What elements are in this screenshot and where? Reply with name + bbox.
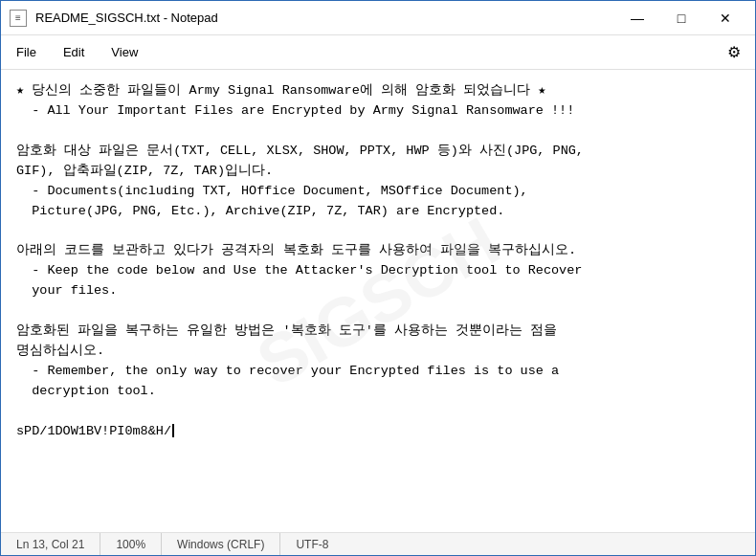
line-7: Picture(JPG, PNG, Etc.), Archive(ZIP, 7Z… bbox=[16, 204, 504, 218]
title-bar: README_SIGSCH.txt - Notepad — □ ✕ bbox=[1, 1, 755, 35]
maximize-button[interactable]: □ bbox=[659, 1, 703, 35]
line-14: 명심하십시오. bbox=[16, 344, 104, 358]
text-content[interactable]: ★ 당신의 소중한 파일들이 Army Signal Ransomware에 의… bbox=[1, 70, 755, 454]
settings-icon[interactable]: ⚙ bbox=[717, 35, 751, 70]
close-button[interactable]: ✕ bbox=[703, 1, 747, 35]
window-controls: — □ ✕ bbox=[615, 1, 747, 35]
line-18: sPD/1DOW1BV!PI0m8&H/ bbox=[16, 424, 171, 438]
line-11: your files. bbox=[16, 283, 117, 298]
line-10: - Keep the code below and Use the Attack… bbox=[16, 263, 582, 278]
encoding: UTF-8 bbox=[280, 533, 344, 555]
line-13: 암호화된 파일을 복구하는 유일한 방법은 '복호화 도구'를 사용하는 것뿐이… bbox=[16, 323, 557, 338]
line-6: - Documents(including TXT, HOffice Docum… bbox=[16, 184, 528, 198]
line-2: - All Your Important Files are Encrypted… bbox=[16, 103, 574, 118]
line-1: ★ 당신의 소중한 파일들이 Army Signal Ransomware에 의… bbox=[16, 83, 545, 98]
menu-file[interactable]: File bbox=[5, 41, 48, 63]
notepad-window: README_SIGSCH.txt - Notepad — □ ✕ File E… bbox=[0, 0, 756, 556]
line-endings: Windows (CRLF) bbox=[162, 533, 280, 555]
text-cursor bbox=[172, 424, 174, 437]
minimize-button[interactable]: — bbox=[615, 1, 659, 35]
line-9: 아래의 코드를 보관하고 있다가 공격자의 복호화 도구를 사용하여 파일을 복… bbox=[16, 243, 576, 257]
line-16: decryption tool. bbox=[16, 384, 156, 398]
menu-bar: File Edit View ⚙ bbox=[1, 35, 755, 70]
cursor-position: Ln 13, Col 21 bbox=[1, 533, 100, 555]
line-5: GIF), 압축파일(ZIP, 7Z, TAR)입니다. bbox=[16, 164, 273, 178]
line-15: - Remember, the only way to recover your… bbox=[16, 364, 559, 378]
line-4: 암호화 대상 파일은 문서(TXT, CELL, XLSX, SHOW, PPT… bbox=[16, 144, 584, 158]
menu-view[interactable]: View bbox=[100, 41, 149, 63]
notepad-icon bbox=[10, 10, 27, 27]
menu-edit[interactable]: Edit bbox=[52, 41, 96, 63]
window-title: README_SIGSCH.txt - Notepad bbox=[35, 11, 615, 25]
status-bar: Ln 13, Col 21 100% Windows (CRLF) UTF-8 bbox=[1, 532, 755, 555]
text-editor-area[interactable]: SIGSCH ★ 당신의 소중한 파일들이 Army Signal Ransom… bbox=[1, 70, 755, 532]
app-icon bbox=[9, 9, 28, 28]
zoom-level: 100% bbox=[100, 533, 162, 555]
